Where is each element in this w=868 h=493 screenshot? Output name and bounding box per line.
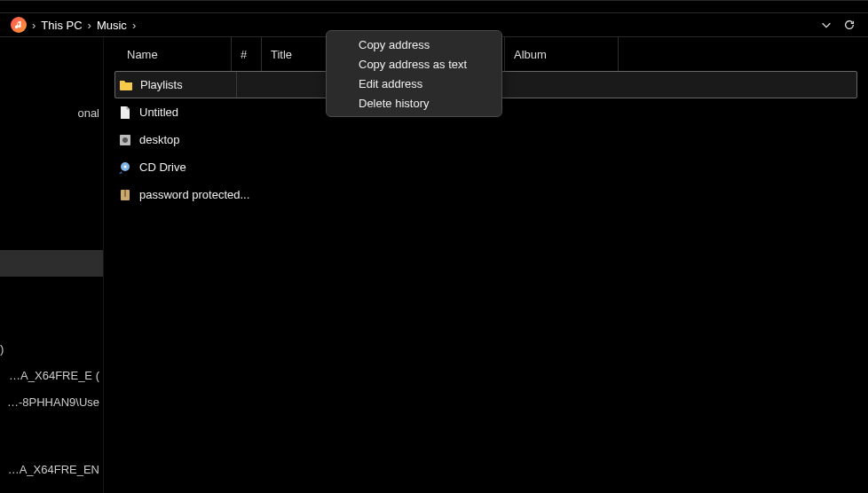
file-name: Playlists (140, 78, 183, 91)
tree-item[interactable]: ) (0, 335, 103, 362)
list-item[interactable]: password protected... (104, 181, 868, 208)
file-name: password protected... (139, 188, 249, 201)
tree-item[interactable]: ) CCCOMA_X64FRE_E (0, 362, 103, 388)
file-name: Untitled (139, 106, 178, 119)
refresh-button[interactable] (838, 13, 861, 36)
disc-shortcut-icon (118, 160, 132, 175)
column-header-track[interactable]: # (232, 37, 262, 71)
crumb-separator-icon: › (32, 19, 36, 32)
tree-item[interactable]: KTOP-8PHHAN9\Use (0, 388, 103, 415)
folder-icon (119, 78, 133, 92)
file-name: CD Drive (139, 160, 186, 174)
history-dropdown-button[interactable] (815, 13, 838, 36)
svg-point-1 (122, 137, 128, 143)
breadcrumb-this-pc[interactable]: This PC (41, 19, 82, 32)
tree-item[interactable]: CCCOMA_X64FRE_EN (0, 456, 103, 482)
settings-file-icon (118, 133, 132, 147)
context-menu-item-delete-history[interactable]: Delete history (327, 93, 501, 113)
context-menu-item-copy-address-text[interactable]: Copy address as text (327, 54, 501, 74)
address-bar-context-menu: Copy address Copy address as text Edit a… (326, 30, 502, 117)
context-menu-item-copy-address[interactable]: Copy address (327, 35, 501, 54)
list-item[interactable]: CD Drive (104, 153, 868, 181)
music-folder-icon (11, 17, 27, 33)
column-header-album[interactable]: Album (505, 37, 619, 71)
archive-icon (118, 188, 132, 202)
svg-point-3 (124, 165, 127, 168)
navigation-pane[interactable]: onal ) ) CCCOMA_X64FRE_E KTOP-8PHHAN9\Us… (0, 37, 103, 493)
file-name: desktop (139, 133, 180, 146)
tree-item[interactable]: onal (0, 99, 103, 126)
column-header-name[interactable]: Name (118, 37, 232, 71)
breadcrumb-music[interactable]: Music (97, 19, 127, 32)
file-icon (118, 106, 132, 120)
list-item[interactable]: desktop (104, 126, 868, 153)
tree-item[interactable] (0, 250, 103, 277)
crumb-separator-icon: › (88, 19, 91, 32)
svg-rect-5 (124, 190, 126, 197)
context-menu-item-edit-address[interactable]: Edit address (327, 74, 501, 93)
crumb-separator-icon: › (132, 19, 136, 32)
